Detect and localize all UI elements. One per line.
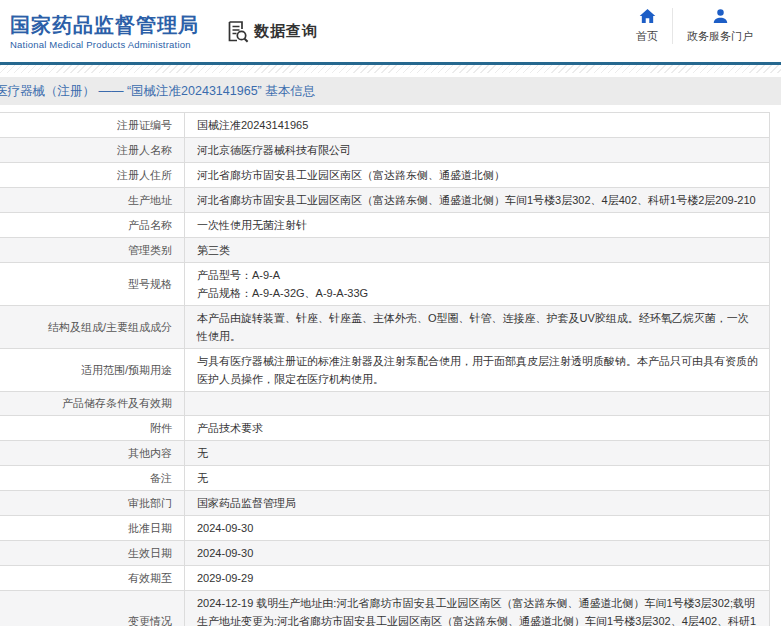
- table-row: 审批部门国家药品监督管理局: [0, 491, 769, 516]
- table-row: 变更情况2024-12-19 载明生产地址由:河北省廊坊市固安县工业园区南区（富…: [0, 591, 769, 626]
- registration-info-table: 注册证编号国械注准20243141965 注册人名称河北京德医疗器械科技有限公司…: [0, 112, 770, 626]
- table-row: 管理类别第三类: [0, 238, 769, 263]
- table-row: 注册人名称河北京德医疗器械科技有限公司: [0, 138, 769, 163]
- nav-home-label: 首页: [636, 29, 658, 44]
- row-label: 生效日期: [0, 541, 185, 565]
- table-row: 产品储存条件及有效期: [0, 392, 769, 416]
- row-value: 产品型号：A-9-A 产品规格：A-9-A-32G、A-9-A-33G: [197, 266, 368, 302]
- data-query-section[interactable]: 数据查询: [227, 20, 318, 43]
- logo-subtitle: National Medical Products Administration: [10, 39, 199, 50]
- row-label: 型号规格: [0, 263, 185, 305]
- table-row: 生产地址河北省廊坊市固安县工业园区南区（富达路东侧、通盛道北侧）车间1号楼3层3…: [0, 188, 769, 213]
- page-title: 医疗器械（注册） —— “国械注准20243141965” 基本信息: [0, 83, 315, 100]
- row-label: 审批部门: [0, 491, 185, 515]
- row-label: 注册证编号: [0, 113, 185, 137]
- page: 国家药品监督管理局 National Medical Products Admi…: [0, 0, 781, 626]
- row-value: 2024-09-30: [197, 544, 253, 562]
- data-query-label: 数据查询: [254, 22, 318, 41]
- home-icon: [639, 8, 656, 24]
- row-label: 备注: [0, 466, 185, 490]
- table-row: 型号规格产品型号：A-9-A 产品规格：A-9-A-32G、A-9-A-33G: [0, 263, 769, 306]
- row-value: 产品技术要求: [197, 419, 263, 437]
- row-value: 与具有医疗器械注册证的标准注射器及注射泵配合使用，用于面部真皮层注射透明质酸钠。…: [197, 352, 759, 388]
- row-value: 2024-12-19 载明生产地址由:河北省廊坊市固安县工业园区南区（富达路东侧…: [197, 594, 759, 626]
- table-row: 适用范围/预期用途与具有医疗器械注册证的标准注射器及注射泵配合使用，用于面部真皮…: [0, 349, 769, 392]
- table-row: 注册证编号国械注准20243141965: [0, 113, 769, 138]
- nav-home[interactable]: 首页: [622, 8, 672, 44]
- row-value: 国械注准20243141965: [197, 116, 308, 134]
- nmpa-logo[interactable]: 国家药品监督管理局 National Medical Products Admi…: [10, 13, 199, 50]
- data-query-icon: [227, 20, 249, 43]
- table-row: 产品名称一次性使用无菌注射针: [0, 213, 769, 238]
- page-title-bar: 医疗器械（注册） —— “国械注准20243141965” 基本信息: [0, 77, 781, 105]
- row-value: 第三类: [197, 241, 230, 259]
- row-label: 结构及组成/主要组成成分: [0, 306, 185, 348]
- row-label: 注册人名称: [0, 138, 185, 162]
- row-value: 无: [197, 444, 208, 462]
- row-label: 附件: [0, 416, 185, 440]
- header: 国家药品监督管理局 National Medical Products Admi…: [0, 0, 781, 62]
- row-label: 其他内容: [0, 441, 185, 465]
- table-row: 批准日期2024-09-30: [0, 516, 769, 541]
- row-label: 管理类别: [0, 238, 185, 262]
- row-label: 产品储存条件及有效期: [0, 392, 185, 415]
- table-row: 生效日期2024-09-30: [0, 541, 769, 566]
- table-row: 备注无: [0, 466, 769, 491]
- row-value: 本产品由旋转装置、针座、针座盖、主体外壳、O型圈、针管、连接座、护套及UV胶组成…: [197, 309, 759, 345]
- row-label: 变更情况: [0, 591, 185, 626]
- row-value: 河北省廊坊市固安县工业园区南区（富达路东侧、通盛道北侧）: [197, 166, 505, 184]
- row-value: 一次性使用无菌注射针: [197, 216, 307, 234]
- row-label: 批准日期: [0, 516, 185, 540]
- user-icon: [712, 8, 729, 24]
- row-value: 2024-09-30: [197, 519, 253, 537]
- hatch-strip: [0, 65, 781, 73]
- row-label: 有效期至: [0, 566, 185, 590]
- row-value: 河北省廊坊市固安县工业园区南区（富达路东侧、通盛道北侧）车间1号楼3层302、4…: [197, 191, 756, 209]
- table-row: 有效期至2029-09-29: [0, 566, 769, 591]
- row-label: 注册人住所: [0, 163, 185, 187]
- nav-portal-label: 政务服务门户: [687, 29, 753, 44]
- table-row: 其他内容无: [0, 441, 769, 466]
- row-value: 国家药品监督管理局: [197, 494, 296, 512]
- row-value: 2029-09-29: [197, 569, 253, 587]
- row-label: 适用范围/预期用途: [0, 349, 185, 391]
- table-row: 附件产品技术要求: [0, 416, 769, 441]
- logo-title: 国家药品监督管理局: [10, 13, 199, 37]
- table-row: 结构及组成/主要组成成分本产品由旋转装置、针座、针座盖、主体外壳、O型圈、针管、…: [0, 306, 769, 349]
- row-label: 生产地址: [0, 188, 185, 212]
- nav-portal[interactable]: 政务服务门户: [673, 8, 767, 44]
- row-value: 无: [197, 469, 208, 487]
- row-value: 河北京德医疗器械科技有限公司: [197, 141, 351, 159]
- row-label: 产品名称: [0, 213, 185, 237]
- top-nav: 首页 政务服务门户: [622, 8, 767, 44]
- table-row: 注册人住所河北省廊坊市固安县工业园区南区（富达路东侧、通盛道北侧）: [0, 163, 769, 188]
